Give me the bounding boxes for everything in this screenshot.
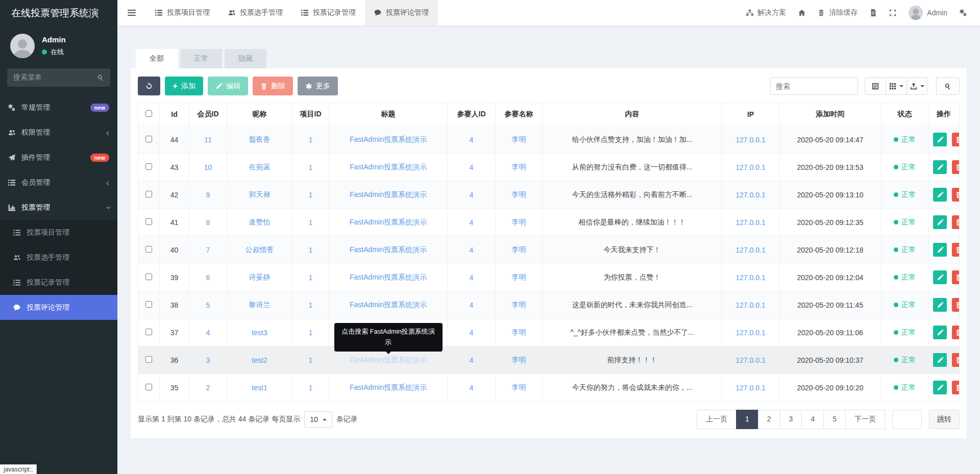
project-id-link[interactable]: 1 (309, 356, 313, 364)
row-checkbox[interactable] (145, 246, 152, 253)
col-project-id[interactable]: 项目ID (292, 103, 329, 126)
project-id-link[interactable]: 1 (309, 329, 313, 337)
row-delete-button[interactable] (952, 326, 960, 339)
player-id-link[interactable]: 4 (470, 246, 474, 254)
player-name-link[interactable]: 李明 (512, 218, 526, 226)
prev-page-button[interactable]: 上一页 (697, 410, 737, 429)
tab-vote-comments[interactable]: 投票评论管理 (365, 0, 438, 26)
page-size-dropdown[interactable]: 10 (304, 411, 332, 428)
settings-button[interactable] (960, 9, 967, 16)
sidebar-item-members[interactable]: 会员管理 ‹ (0, 170, 117, 195)
title-link[interactable]: FastAdmin投票系统演示 (350, 135, 427, 143)
more-button[interactable]: 更多 (298, 77, 338, 95)
row-delete-button[interactable] (952, 270, 960, 284)
title-link[interactable]: FastAdmin投票系统演示 (350, 218, 427, 226)
row-checkbox[interactable] (145, 273, 152, 280)
row-checkbox[interactable] (145, 163, 152, 170)
ip-link[interactable]: 127.0.0.1 (736, 273, 765, 282)
title-link[interactable]: FastAdmin投票系统演示 (350, 301, 427, 309)
add-button[interactable]: + 添加 (165, 77, 203, 95)
row-checkbox[interactable] (145, 356, 152, 363)
ip-link[interactable]: 127.0.0.1 (736, 356, 765, 364)
ip-link[interactable]: 127.0.0.1 (736, 246, 765, 254)
player-name-link[interactable]: 李明 (512, 190, 526, 198)
member-id-link[interactable]: 9 (206, 191, 210, 199)
player-id-link[interactable]: 4 (470, 218, 474, 227)
row-edit-button[interactable] (933, 298, 947, 312)
player-name-link[interactable]: 李明 (512, 328, 526, 336)
member-id-link[interactable]: 5 (206, 301, 210, 309)
row-delete-button[interactable] (952, 133, 960, 146)
row-edit-button[interactable] (933, 381, 947, 394)
row-edit-button[interactable] (933, 160, 947, 174)
page-button-3[interactable]: 3 (780, 410, 802, 429)
col-status[interactable]: 状态 (881, 103, 928, 126)
player-name-link[interactable]: 李明 (512, 273, 526, 281)
col-content[interactable]: 内容 (543, 103, 722, 126)
language-button[interactable] (870, 9, 877, 16)
jump-button[interactable]: 跳转 (929, 410, 960, 429)
row-checkbox[interactable] (145, 301, 152, 308)
nickname-link[interactable]: 公叔惜香 (246, 245, 274, 254)
nickname-link[interactable]: 黎诗兰 (249, 301, 271, 309)
player-id-link[interactable]: 4 (470, 356, 474, 364)
sidebar-item-permissions[interactable]: 权限管理 ‹ (0, 120, 117, 145)
row-checkbox[interactable] (145, 384, 152, 390)
row-delete-button[interactable] (952, 353, 960, 367)
row-checkbox[interactable] (145, 329, 152, 335)
member-id-link[interactable]: 11 (204, 136, 212, 144)
row-delete-button[interactable] (952, 298, 960, 312)
tab-vote-projects[interactable]: 投票项目管理 (146, 0, 219, 26)
title-link[interactable]: FastAdmin投票系统演示 (350, 383, 427, 391)
search-toggle-button[interactable] (936, 77, 960, 95)
player-name-link[interactable]: 李明 (512, 356, 526, 364)
col-player-name[interactable]: 参赛名称 (496, 103, 543, 126)
player-name-link[interactable]: 李明 (512, 135, 526, 143)
project-id-link[interactable]: 1 (309, 273, 313, 282)
player-name-link[interactable]: 李明 (512, 245, 526, 254)
player-id-link[interactable]: 4 (470, 301, 474, 309)
member-id-link[interactable]: 7 (206, 246, 210, 254)
row-edit-button[interactable] (933, 133, 947, 146)
col-member-id[interactable]: 会员ID (189, 103, 227, 126)
user-menu[interactable]: Admin (909, 6, 947, 20)
nickname-link[interactable]: 郭天禄 (249, 190, 271, 198)
row-delete-button[interactable] (952, 160, 960, 174)
col-created[interactable]: 添加时间 (779, 103, 881, 126)
sidebar-item-vote-players[interactable]: 投票选手管理 (0, 245, 117, 270)
project-id-link[interactable]: 1 (309, 191, 313, 199)
ip-link[interactable]: 127.0.0.1 (736, 301, 765, 309)
nickname-link[interactable]: 翦夜香 (249, 135, 271, 143)
project-id-link[interactable]: 1 (309, 301, 313, 309)
sidebar-item-vote-comments[interactable]: 投票评论管理 (0, 295, 117, 320)
ip-link[interactable]: 127.0.0.1 (736, 136, 765, 144)
project-id-link[interactable]: 1 (309, 384, 313, 392)
sidebar-item-plugins[interactable]: 插件管理 new (0, 145, 117, 170)
ip-link[interactable]: 127.0.0.1 (736, 329, 765, 337)
row-delete-button[interactable] (952, 188, 960, 202)
row-edit-button[interactable] (933, 188, 947, 202)
row-delete-button[interactable] (952, 381, 960, 394)
filter-tab-all[interactable]: 全部 (136, 49, 178, 68)
member-id-link[interactable]: 6 (206, 273, 210, 282)
row-delete-button[interactable] (952, 215, 960, 229)
sidebar-item-voting[interactable]: 投票管理 ‹ (0, 195, 117, 220)
export-dropdown-button[interactable] (906, 77, 928, 95)
delete-button[interactable]: 删除 (253, 77, 293, 95)
project-id-link[interactable]: 1 (309, 246, 313, 254)
nickname-link[interactable]: 在宛菡 (249, 163, 271, 171)
page-button-1[interactable]: 1 (736, 410, 758, 429)
player-id-link[interactable]: 4 (470, 163, 474, 171)
row-checkbox[interactable] (145, 191, 152, 197)
page-button-4[interactable]: 4 (801, 410, 824, 429)
ip-link[interactable]: 127.0.0.1 (736, 191, 765, 199)
col-nickname[interactable]: 昵称 (227, 103, 292, 126)
player-name-link[interactable]: 李明 (512, 163, 526, 171)
project-id-link[interactable]: 1 (309, 163, 313, 171)
refresh-button[interactable] (138, 77, 160, 95)
columns-dropdown-button[interactable] (886, 77, 907, 95)
row-checkbox[interactable] (145, 136, 152, 142)
tab-vote-players[interactable]: 投票选手管理 (219, 0, 292, 26)
row-edit-button[interactable] (933, 215, 947, 229)
title-link[interactable]: FastAdmin投票系统演示 (350, 273, 427, 281)
